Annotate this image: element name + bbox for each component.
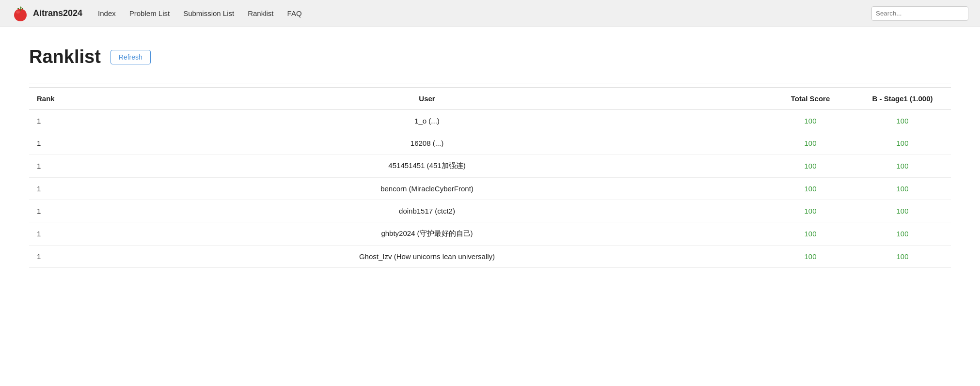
- brand-name: Aitrans2024: [33, 8, 82, 18]
- cell-total-score: 100: [767, 200, 854, 222]
- main-content: Ranklist Refresh Rank User Total Score B…: [0, 27, 980, 386]
- tomato-icon: [12, 5, 29, 22]
- cell-total-score: 100: [767, 154, 854, 178]
- table-row: 116208 (...)100100: [29, 132, 951, 154]
- table-row: 11_o (...)100100: [29, 110, 951, 132]
- col-header-rank: Rank: [29, 88, 87, 110]
- cell-rank: 1: [29, 110, 87, 132]
- navbar: Aitrans2024 Index Problem List Submissio…: [0, 0, 980, 27]
- col-header-total-score: Total Score: [767, 88, 854, 110]
- table-row: 1Ghost_Izv (How unicorns lean universall…: [29, 246, 951, 268]
- page-header: Ranklist Refresh: [29, 46, 951, 67]
- col-header-stage1: B - Stage1 (1.000): [854, 88, 951, 110]
- svg-point-1: [16, 11, 20, 14]
- table-row: 1ghbty2024 (守护最好的自己)100100: [29, 222, 951, 246]
- cell-rank: 1: [29, 200, 87, 222]
- table-row: 1451451451 (451加强连)100100: [29, 154, 951, 178]
- refresh-button[interactable]: Refresh: [111, 50, 151, 64]
- cell-rank: 1: [29, 178, 87, 200]
- table-row: 1bencorn (MiracleCyberFront)100100: [29, 178, 951, 200]
- cell-user: bencorn (MiracleCyberFront): [87, 178, 767, 200]
- cell-stage1: 100: [854, 200, 951, 222]
- table-row: 1doinb1517 (ctct2)100100: [29, 200, 951, 222]
- brand-logo[interactable]: Aitrans2024: [12, 5, 82, 22]
- table-header: Rank User Total Score B - Stage1 (1.000): [29, 88, 951, 110]
- svg-rect-2: [20, 8, 21, 11]
- cell-total-score: 100: [767, 110, 854, 132]
- cell-total-score: 100: [767, 132, 854, 154]
- cell-stage1: 100: [854, 132, 951, 154]
- cell-stage1: 100: [854, 110, 951, 132]
- cell-user: 451451451 (451加强连): [87, 154, 767, 178]
- cell-rank: 1: [29, 246, 87, 268]
- nav-submission-list[interactable]: Submission List: [183, 9, 234, 17]
- cell-stage1: 100: [854, 222, 951, 246]
- cell-rank: 1: [29, 154, 87, 178]
- cell-total-score: 100: [767, 222, 854, 246]
- cell-total-score: 100: [767, 246, 854, 268]
- search-input[interactable]: [871, 6, 968, 21]
- cell-user: 1_o (...): [87, 110, 767, 132]
- cell-stage1: 100: [854, 246, 951, 268]
- cell-rank: 1: [29, 132, 87, 154]
- divider: [29, 83, 951, 83]
- cell-stage1: 100: [854, 154, 951, 178]
- cell-stage1: 100: [854, 178, 951, 200]
- nav-faq[interactable]: FAQ: [287, 9, 302, 17]
- nav-ranklist[interactable]: Ranklist: [248, 9, 273, 17]
- ranklist-table: Rank User Total Score B - Stage1 (1.000)…: [29, 87, 951, 268]
- nav-links: Index Problem List Submission List Rankl…: [98, 9, 302, 17]
- col-header-user: User: [87, 88, 767, 110]
- nav-index[interactable]: Index: [98, 9, 116, 17]
- cell-user: 16208 (...): [87, 132, 767, 154]
- cell-rank: 1: [29, 222, 87, 246]
- cell-user: Ghost_Izv (How unicorns lean universally…: [87, 246, 767, 268]
- table-body: 11_o (...)100100116208 (...)100100145145…: [29, 110, 951, 268]
- page-title: Ranklist: [29, 46, 101, 67]
- nav-problem-list[interactable]: Problem List: [129, 9, 170, 17]
- cell-user: ghbty2024 (守护最好的自己): [87, 222, 767, 246]
- cell-user: doinb1517 (ctct2): [87, 200, 767, 222]
- cell-total-score: 100: [767, 178, 854, 200]
